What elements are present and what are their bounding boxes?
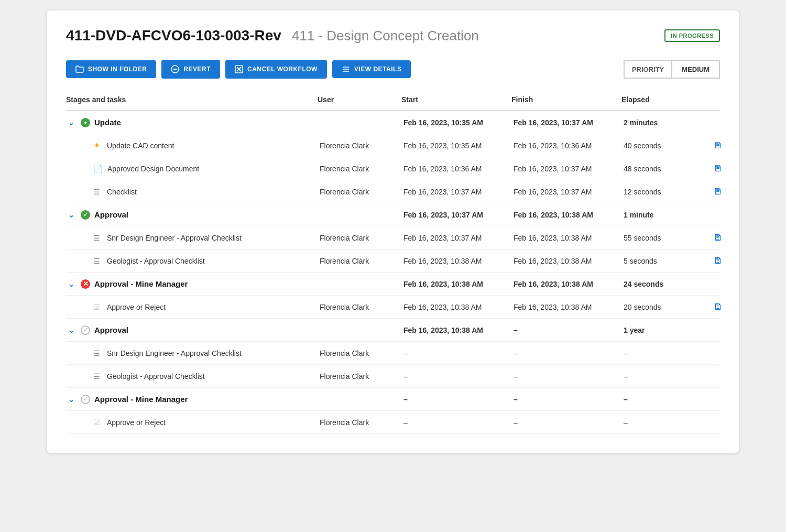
status-dot-green: ● — [81, 118, 90, 127]
detail-icon[interactable]: 🗎 — [714, 301, 723, 312]
task-detail-action[interactable]: 🗎 — [705, 158, 732, 179]
task-finish: Feb 16, 2023, 10:38 AM — [511, 298, 621, 317]
task-finish: Feb 16, 2023, 10:36 AM — [511, 136, 621, 155]
task-finish: – — [511, 344, 621, 363]
doc-icon: 📄 — [93, 164, 103, 173]
stage-elapsed: – — [621, 390, 705, 409]
detail-icon[interactable]: 🗎 — [714, 186, 723, 197]
stage-row: ⌄ ✓ Approval Feb 16, 2023, 10:37 AM Feb … — [66, 203, 720, 226]
task-row: ☰ Snr Design Engineer - Approval Checkli… — [66, 342, 720, 365]
revert-label: REVERT — [183, 66, 211, 73]
stage-finish: Feb 16, 2023, 10:37 AM — [511, 113, 621, 132]
task-finish: Feb 16, 2023, 10:38 AM — [511, 229, 621, 247]
stage-label: Approval - Mine Manager — [94, 279, 188, 288]
status-dot-red: ✕ — [81, 279, 90, 289]
task-label: Geologist - Approval Checklist — [107, 257, 205, 265]
task-row: ☑ Approve or Reject Florencia Clark – – … — [66, 411, 720, 434]
detail-icon[interactable]: 🗎 — [714, 232, 723, 243]
task-finish: Feb 16, 2023, 10:37 AM — [511, 182, 621, 201]
view-details-button[interactable]: VIEW DETAILS — [332, 60, 411, 78]
chevron-down-icon[interactable]: ⌄ — [68, 326, 77, 334]
chevron-down-icon[interactable]: ⌄ — [68, 118, 77, 127]
task-user: Florencia Clark — [318, 344, 401, 363]
task-detail-action[interactable]: 🗎 — [705, 135, 732, 156]
task-label: Update CAD content — [107, 142, 174, 150]
stage-user — [318, 210, 401, 220]
chevron-down-icon[interactable]: ⌄ — [68, 280, 77, 288]
task-label: Approve or Reject — [107, 303, 166, 311]
task-start: – — [401, 413, 511, 432]
list-icon — [342, 66, 350, 73]
status-dot-grey: ✓ — [81, 395, 90, 404]
task-detail-action[interactable]: 🗎 — [705, 227, 732, 248]
task-detail-action[interactable]: 🗎 — [705, 250, 732, 272]
task-label: Approved Design Document — [107, 165, 199, 173]
stage-start: Feb 16, 2023, 10:38 AM — [401, 275, 511, 294]
task-finish: Feb 16, 2023, 10:38 AM — [511, 252, 621, 270]
task-start: Feb 16, 2023, 10:37 AM — [401, 182, 511, 201]
stage-action — [705, 210, 732, 220]
detail-icon[interactable]: 🗎 — [714, 163, 723, 173]
task-user: Florencia Clark — [318, 182, 401, 201]
stage-finish: Feb 16, 2023, 10:38 AM — [511, 205, 621, 224]
table-header: Stages and tasks User Start Finish Elaps… — [66, 93, 720, 111]
task-user: Florencia Clark — [318, 367, 401, 386]
task-detail-action[interactable] — [705, 348, 732, 359]
task-row: ☰ Snr Design Engineer - Approval Checkli… — [66, 226, 720, 249]
chevron-down-icon[interactable]: ⌄ — [68, 395, 77, 404]
view-details-label: VIEW DETAILS — [354, 66, 401, 73]
col-user: User — [318, 93, 401, 106]
task-detail-action[interactable] — [705, 417, 732, 428]
task-user: Florencia Clark — [318, 159, 401, 178]
task-label: Snr Design Engineer - Approval Checklist — [107, 349, 242, 357]
cancel-icon — [235, 65, 243, 73]
stage-label: Approval — [94, 210, 128, 219]
task-user: Florencia Clark — [318, 229, 401, 247]
detail-icon[interactable]: 🗎 — [714, 140, 723, 150]
stage-action — [705, 279, 732, 289]
task-detail-action[interactable]: 🗎 — [705, 181, 732, 202]
doc-id: 411-DVD-AFCVO6-103-003-Rev — [66, 27, 281, 44]
stage-row: ⌄ ● Update Feb 16, 2023, 10:35 AM Feb 16… — [66, 111, 720, 134]
cancel-workflow-label: CANCEL WORKFLOW — [247, 66, 318, 73]
table-body: ⌄ ● Update Feb 16, 2023, 10:35 AM Feb 16… — [66, 111, 720, 434]
task-start: – — [401, 367, 511, 386]
task-elapsed: – — [621, 344, 705, 363]
cad-icon: ✦ — [93, 140, 103, 150]
priority-label: PRIORITY — [624, 60, 671, 79]
task-detail-action[interactable] — [705, 371, 732, 382]
stage-start: Feb 16, 2023, 10:35 AM — [401, 113, 511, 132]
detail-icon[interactable]: 🗎 — [714, 255, 723, 266]
task-elapsed: 40 seconds — [621, 136, 705, 155]
task-row: ☰ Checklist Florencia Clark Feb 16, 2023… — [66, 180, 720, 203]
header: 411-DVD-AFCVO6-103-003-Rev 411 - Design … — [66, 27, 720, 44]
status-dot-green-check: ✓ — [81, 210, 90, 220]
task-finish: – — [511, 413, 621, 432]
chevron-down-icon[interactable]: ⌄ — [68, 211, 77, 219]
list-icon: ☰ — [93, 257, 103, 265]
stage-finish: – — [511, 321, 621, 340]
stage-user — [318, 325, 401, 335]
stage-action — [705, 325, 732, 335]
show-in-folder-button[interactable]: SHOW IN FOLDER — [66, 60, 156, 78]
stage-label: Update — [94, 118, 121, 127]
task-label: Snr Design Engineer - Approval Checklist — [107, 234, 242, 242]
task-user: Florencia Clark — [318, 413, 401, 432]
task-row: 📄 Approved Design Document Florencia Cla… — [66, 157, 720, 180]
task-row: ☰ Geologist - Approval Checklist Florenc… — [66, 249, 720, 273]
task-finish: Feb 16, 2023, 10:37 AM — [511, 159, 621, 178]
col-stages: Stages and tasks — [66, 93, 318, 106]
status-dot-grey: ✓ — [81, 325, 90, 335]
stage-row: ⌄ ✓ Approval Feb 16, 2023, 10:38 AM – 1 … — [66, 319, 720, 342]
cancel-workflow-button[interactable]: CANCEL WORKFLOW — [225, 60, 327, 79]
stage-user — [318, 117, 401, 128]
stage-start: Feb 16, 2023, 10:37 AM — [401, 205, 511, 224]
task-row: ✦ Update CAD content Florencia Clark Feb… — [66, 134, 720, 157]
stage-elapsed: 24 seconds — [621, 275, 705, 294]
stage-action — [705, 394, 732, 405]
revert-button[interactable]: REVERT — [161, 60, 220, 79]
task-detail-action[interactable]: 🗎 — [705, 296, 732, 318]
task-row: ☰ Geologist - Approval Checklist Florenc… — [66, 365, 720, 388]
stage-label: Approval - Mine Manager — [94, 395, 188, 404]
task-user: Florencia Clark — [318, 252, 401, 270]
